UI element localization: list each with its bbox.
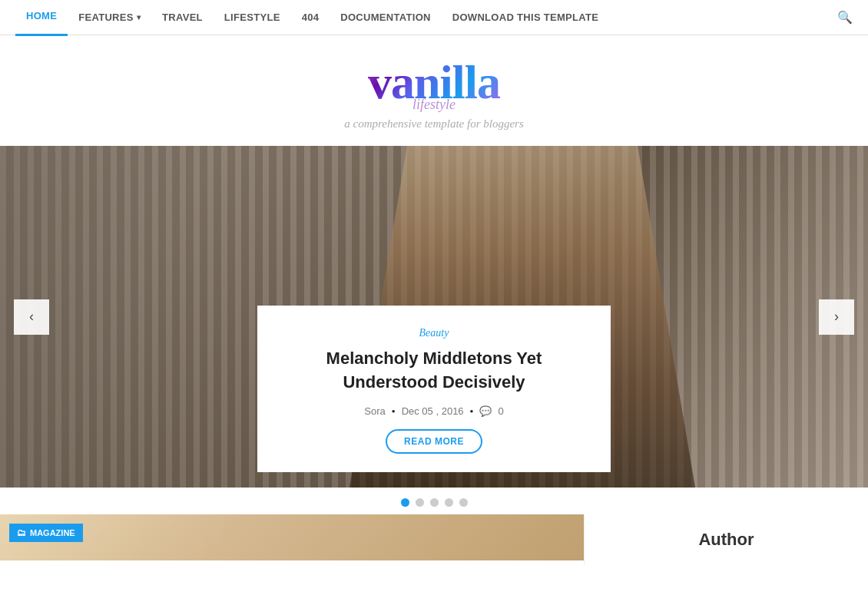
slider-dots xyxy=(0,488,868,514)
magazine-icon: 🗂 xyxy=(17,527,26,538)
slide-dot-3[interactable] xyxy=(430,498,439,507)
main-nav: HOME FEATURES ▾ TRAVEL LIFESTYLE 404 DOC… xyxy=(0,0,868,35)
slide-date: Dec 05 , 2016 xyxy=(402,405,464,417)
hero-slider: ‹ › Beauty Melancholy Middletons Yet Und… xyxy=(0,146,868,488)
magazine-thumbnail xyxy=(0,514,584,560)
site-logo: vanilla lifestyle xyxy=(0,58,868,113)
nav-item-travel[interactable]: TRAVEL xyxy=(151,0,214,35)
nav-item-documentation[interactable]: DOCUMENTATION xyxy=(330,0,442,35)
slide-dot-2[interactable] xyxy=(416,498,424,507)
bottom-section: 🗂 MAGAZINE Author xyxy=(0,514,868,565)
magazine-badge[interactable]: 🗂 MAGAZINE xyxy=(9,524,83,542)
slide-dot-4[interactable] xyxy=(445,498,453,507)
slider-next-button[interactable]: › xyxy=(819,299,854,335)
chevron-right-icon: › xyxy=(834,309,839,325)
author-title: Author xyxy=(600,530,853,550)
slide-meta: Sora ● Dec 05 , 2016 ● 💬 0 xyxy=(282,405,586,417)
nav-item-lifestyle[interactable]: LIFESTYLE xyxy=(214,0,291,35)
read-more-button[interactable]: READ MORE xyxy=(386,429,482,454)
nav-item-features[interactable]: FEATURES ▾ xyxy=(68,0,151,35)
nav-item-home[interactable]: HOME xyxy=(15,0,68,36)
slide-title: Melancholy Middletons Yet Understood Dec… xyxy=(282,347,586,395)
nav-item-404[interactable]: 404 xyxy=(291,0,330,35)
meta-dot-1: ● xyxy=(392,408,396,415)
logo-lifestyle: lifestyle xyxy=(0,97,868,113)
magazine-section: 🗂 MAGAZINE xyxy=(0,514,584,565)
meta-dot-2: ● xyxy=(470,408,474,415)
sidebar-author: Author xyxy=(584,514,868,565)
nav-links: HOME FEATURES ▾ TRAVEL LIFESTYLE 404 DOC… xyxy=(15,0,609,36)
slide-dot-1[interactable] xyxy=(401,498,409,507)
search-icon[interactable]: 🔍 xyxy=(837,10,853,25)
chevron-down-icon: ▾ xyxy=(137,0,141,35)
slide-comments: 0 xyxy=(498,405,503,417)
site-header: vanilla lifestyle a comprehensive templa… xyxy=(0,35,868,146)
nav-item-download[interactable]: DOWNLOAD THIS TEMPLATE xyxy=(442,0,610,35)
slide-author: Sora xyxy=(364,405,385,417)
slider-prev-button[interactable]: ‹ xyxy=(14,299,49,335)
site-tagline: a comprehensive template for bloggers xyxy=(0,117,868,131)
slide-card: Beauty Melancholy Middletons Yet Underst… xyxy=(257,306,611,472)
comment-icon: 💬 xyxy=(479,405,492,417)
chevron-left-icon: ‹ xyxy=(29,309,34,325)
slide-dot-5[interactable] xyxy=(459,498,468,507)
slide-category: Beauty xyxy=(282,327,586,339)
magazine-label: MAGAZINE xyxy=(30,528,75,537)
